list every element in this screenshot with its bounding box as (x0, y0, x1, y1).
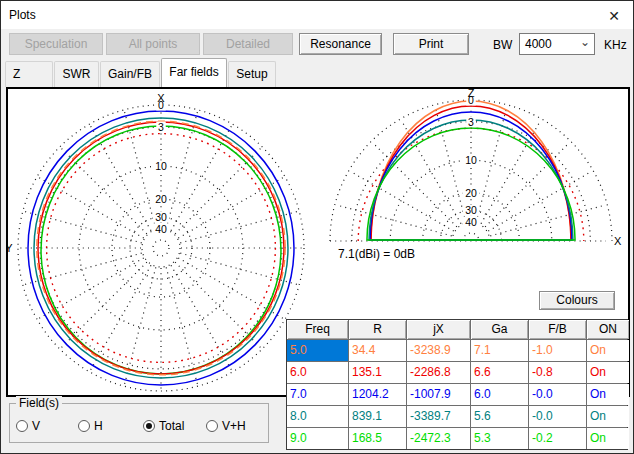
table-cell-r3-f-b[interactable]: -0.0 (529, 384, 586, 405)
table-cell-r4-r[interactable]: 839.1 (349, 406, 406, 427)
title-bar[interactable]: Plots ✕ (1, 1, 633, 29)
tab-setup[interactable]: Setup (228, 61, 276, 87)
table-cell-r4-on[interactable]: On (587, 406, 629, 427)
radio-v-h[interactable]: V+H (206, 419, 246, 433)
radio-v[interactable]: V (16, 419, 40, 433)
plots-window: Plots ✕ SpeculationAll pointsDetailedRes… (0, 0, 634, 454)
tab-z[interactable]: Z (5, 61, 53, 87)
chevron-down-icon[interactable]: ⌄ (580, 35, 590, 49)
column-header-on[interactable]: ON (587, 320, 629, 339)
radio-h[interactable]: H (78, 419, 103, 433)
table-cell-r2-f-b[interactable]: -0.8 (529, 362, 586, 383)
table-cell-r2-freq[interactable]: 6.0 (287, 362, 348, 383)
fields-group-label: Field(s) (16, 396, 62, 410)
normalization-caption: 7.1(dBi) = 0dB (338, 247, 415, 261)
elevation-plot: 0310203040ZX7.1(dBi) = 0dB (330, 89, 622, 261)
radio-label: Total (159, 419, 184, 433)
radio-label: V (32, 419, 40, 433)
ring-label-30: 30 (155, 211, 167, 223)
table-cell-r5-freq[interactable]: 9.0 (287, 428, 348, 449)
all-points-button: All points (106, 33, 200, 55)
table-cell-r3-on[interactable]: On (587, 384, 629, 405)
table-cell-r3-jx[interactable]: -1007.9 (407, 384, 470, 405)
ring-label-40: 40 (155, 223, 167, 235)
ring-label-30: 30 (465, 204, 477, 216)
table-cell-r2-jx[interactable]: -2286.8 (407, 362, 470, 383)
axis-label-top: Z (468, 89, 475, 99)
ring-label-20: 20 (465, 187, 477, 199)
table-cell-r2-on[interactable]: On (587, 362, 629, 383)
table-cell-r1-freq[interactable]: 5.0 (287, 340, 348, 361)
table-cell-r5-on[interactable]: On (587, 428, 629, 449)
speculation-button: Speculation (9, 33, 103, 55)
table-cell-r4-freq[interactable]: 8.0 (287, 406, 348, 427)
table-cell-r3-ga[interactable]: 6.0 (471, 384, 528, 405)
table-cell-r1-ga[interactable]: 7.1 (471, 340, 528, 361)
table-cell-r5-ga[interactable]: 5.3 (471, 428, 528, 449)
table-cell-r2-ga[interactable]: 6.6 (471, 362, 528, 383)
table-cell-r4-jx[interactable]: -3389.7 (407, 406, 470, 427)
axis-label-left: Y (8, 242, 13, 254)
bw-value: 4000 (525, 37, 552, 51)
table-cell-r2-r[interactable]: 135.1 (349, 362, 406, 383)
ring-label-10: 10 (155, 160, 167, 172)
bw-label: BW (493, 38, 512, 52)
bw-unit-label: KHz (604, 38, 627, 52)
column-header-r[interactable]: R (349, 320, 406, 339)
radio-dot[interactable] (78, 420, 90, 432)
ring-label-3: 3 (468, 116, 474, 128)
ring-label-3: 3 (158, 121, 164, 133)
table-cell-r4-ga[interactable]: 5.6 (471, 406, 528, 427)
window-title: Plots (9, 8, 36, 22)
table-cell-r5-r[interactable]: 168.5 (349, 428, 406, 449)
radio-total[interactable]: Total (143, 419, 184, 433)
colours-button[interactable]: Colours (539, 291, 615, 310)
column-header-ga[interactable]: Ga (471, 320, 528, 339)
radio-dot[interactable] (16, 420, 28, 432)
column-header-jx[interactable]: jX (407, 320, 470, 339)
tab-gain-fb[interactable]: Gain/FB (100, 61, 160, 87)
resonance-button[interactable]: Resonance (299, 33, 382, 55)
radio-label: V+H (222, 419, 246, 433)
print-button[interactable]: Print (393, 33, 469, 55)
radio-dot[interactable] (143, 420, 155, 432)
frequency-table[interactable]: FreqRjXGaF/BON5.034.4-3238.97.1-1.0On6.0… (286, 319, 628, 450)
table-cell-r4-f-b[interactable]: -0.0 (529, 406, 586, 427)
close-icon[interactable]: ✕ (605, 7, 623, 25)
ring-label-40: 40 (465, 216, 477, 228)
table-cell-r5-jx[interactable]: -2472.3 (407, 428, 470, 449)
table-cell-r1-jx[interactable]: -3238.9 (407, 340, 470, 361)
table-cell-r1-r[interactable]: 34.4 (349, 340, 406, 361)
column-header-f-b[interactable]: F/B (529, 320, 586, 339)
azimuth-plot: 0310203040XY (8, 92, 304, 391)
ring-label-20: 20 (155, 193, 167, 205)
axis-label-top: X (157, 92, 165, 104)
radio-dot[interactable] (206, 420, 218, 432)
table-cell-r3-r[interactable]: 1204.2 (349, 384, 406, 405)
table-cell-r1-f-b[interactable]: -1.0 (529, 340, 586, 361)
bw-combobox[interactable]: 4000 ⌄ (519, 33, 595, 55)
fields-groupbox: Field(s) VHTotalV+H (9, 403, 269, 443)
table-cell-r5-f-b[interactable]: -0.2 (529, 428, 586, 449)
tab-far-fields[interactable]: Far fields (161, 58, 227, 87)
tab-swr[interactable]: SWR (54, 61, 99, 87)
ring-label-10: 10 (465, 154, 477, 166)
trace-8.0 (34, 118, 288, 378)
detailed-button: Detailed (203, 33, 293, 55)
table-cell-r3-freq[interactable]: 7.0 (287, 384, 348, 405)
radio-label: H (94, 419, 103, 433)
table-cell-r1-on[interactable]: On (587, 340, 629, 361)
axis-label-right: X (614, 235, 622, 247)
column-header-freq[interactable]: Freq (287, 320, 348, 339)
